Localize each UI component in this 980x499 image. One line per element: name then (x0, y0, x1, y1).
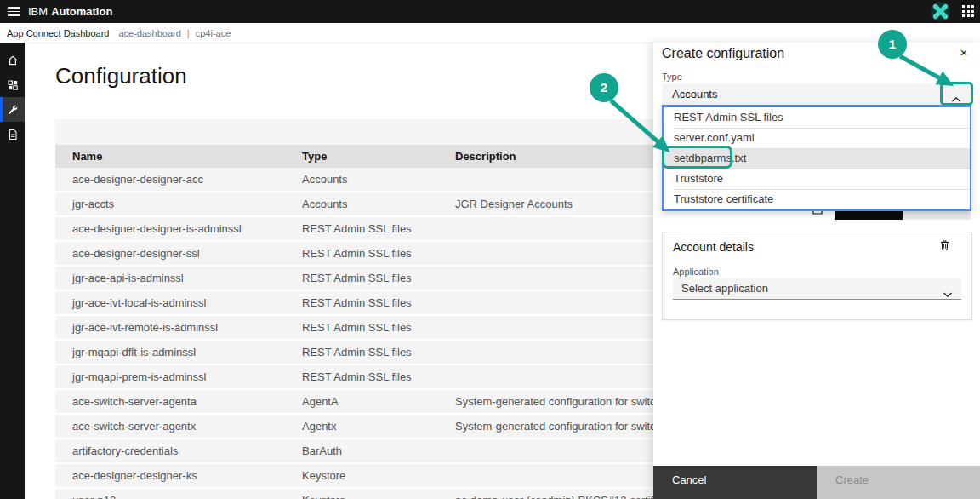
cell-name: ace-designer-designer-ks (55, 469, 302, 482)
panel-title: Create configuration (662, 46, 784, 61)
cell-type: REST Admin SSL files (302, 370, 455, 383)
type-dropdown[interactable]: Accounts (662, 83, 971, 106)
cell-type: REST Admin SSL files (302, 346, 455, 358)
cell-type: REST Admin SSL files (302, 222, 455, 235)
breadcrumb-namespace: cp4i-ace (196, 28, 231, 38)
create-button[interactable]: Create (817, 466, 980, 499)
app-grid-icon (6, 78, 20, 92)
type-label: Type (662, 72, 682, 82)
dropdown-option-truststore-certificate[interactable]: Truststore certificate (664, 189, 970, 209)
sidebar-item-configuration[interactable] (0, 97, 25, 122)
application-select[interactable]: Select application (673, 278, 961, 300)
cell-name: user-p12 (55, 494, 302, 499)
dropdown-option-setdbparms-txt[interactable]: setdbparms.txt (664, 148, 970, 169)
cell-type: BarAuth (302, 445, 455, 457)
cell-type: Accounts (302, 198, 455, 210)
cell-type: Accounts (302, 173, 455, 186)
trash-icon[interactable] (939, 239, 953, 253)
sidebar-item-home[interactable] (0, 48, 25, 72)
cell-type: AgentA (302, 395, 455, 408)
cell-name: ace-designer-designer-is-adminssl (55, 222, 302, 235)
account-details-title: Account details (673, 240, 754, 254)
cell-name: jgr-mqapi-dflt-is-adminssl (55, 346, 302, 358)
cell-type: REST Admin SSL files (302, 272, 455, 284)
close-icon[interactable]: × (955, 44, 972, 61)
app-switcher-icon[interactable] (962, 5, 975, 18)
chevron-up-icon[interactable] (951, 91, 961, 106)
cell-name: jgr-accts (55, 198, 302, 210)
cell-name: artifactory-credentials (55, 445, 302, 457)
hamburger-menu-icon[interactable] (8, 7, 20, 16)
cell-type: Keystore (302, 469, 455, 482)
side-nav (0, 43, 25, 499)
breadcrumb-app[interactable]: App Connect Dashboard (7, 28, 109, 38)
breadcrumb: App Connect Dashboard ace-dashboard | cp… (0, 23, 980, 43)
document-icon (6, 128, 20, 141)
column-header-type[interactable]: Type (302, 150, 455, 163)
sidebar-item-servers[interactable] (0, 72, 25, 97)
brand-prefix: IBM (28, 5, 48, 18)
cell-type: REST Admin SSL files (302, 247, 455, 260)
page-title: Configuration (55, 63, 187, 89)
dropdown-option-truststore[interactable]: Truststore (664, 169, 970, 189)
dropdown-option-server-conf-yaml[interactable]: server.conf.yaml (664, 128, 970, 148)
cell-name: jgr-ace-ivt-local-is-adminssl (55, 296, 302, 309)
account-details-card: Account details Application Select appli… (662, 232, 972, 320)
brand-title: IBMAutomation (28, 0, 112, 23)
brand-product: Automation (51, 5, 112, 18)
cell-name: jgr-mqapi-prem-is-adminssl (55, 370, 302, 383)
masthead: IBMAutomation (0, 0, 980, 23)
cancel-button[interactable]: Cancel (653, 466, 817, 499)
sidebar-item-docs[interactable] (0, 122, 25, 146)
application-select-value: Select application (681, 278, 768, 299)
cell-type: Agentx (302, 420, 455, 433)
wrench-icon (6, 103, 20, 117)
type-dropdown-value: Accounts (672, 83, 717, 105)
home-icon (6, 54, 20, 67)
column-header-name[interactable]: Name (55, 150, 302, 163)
type-dropdown-listbox: REST Admin SSL files server.conf.yaml se… (662, 106, 971, 211)
breadcrumb-instance[interactable]: ace-dashboard (118, 28, 180, 38)
breadcrumb-separator: | (187, 28, 190, 38)
click-marker-x-icon (930, 1, 951, 22)
cell-name: ace-switch-server-agenta (55, 395, 302, 408)
cell-name: jgr-ace-ivt-remote-is-adminssl (55, 321, 302, 334)
cell-type: Keystore (302, 494, 455, 499)
cell-name: ace-switch-server-agentx (55, 420, 302, 433)
cell-name: ace-designer-designer-ssl (55, 247, 302, 260)
cell-type: REST Admin SSL files (302, 321, 455, 334)
cell-type: REST Admin SSL files (302, 296, 455, 309)
chevron-down-icon (943, 286, 953, 301)
panel-footer: Cancel Create (653, 466, 980, 499)
cell-name: jgr-ace-api-is-adminssl (55, 272, 302, 284)
cell-name: ace-designer-designer-acc (55, 173, 302, 186)
create-configuration-panel: Create configuration Type Accounts REST … (653, 43, 980, 499)
dropdown-option-rest-admin-ssl[interactable]: REST Admin SSL files (664, 107, 970, 128)
application-label: Application (673, 267, 719, 277)
